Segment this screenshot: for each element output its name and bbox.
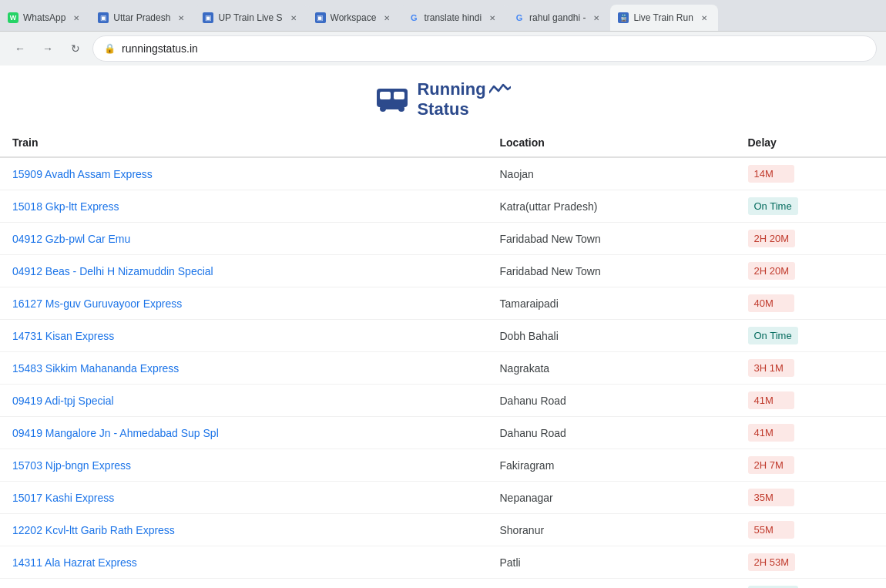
train-name[interactable]: 14731 Kisan Express: [0, 320, 488, 352]
tab-close-live-train[interactable]: ✕: [698, 12, 710, 24]
tab-title-whatsapp: WhatsApp: [23, 12, 65, 23]
tab-close-uttar-pradesh[interactable]: ✕: [175, 12, 187, 24]
table-row: 12920 Malwa ExpressKhannaOn Time: [0, 579, 886, 589]
train-location: Faridabad New Town: [488, 255, 736, 287]
delay-badge: 2H 7M: [748, 456, 794, 474]
train-name[interactable]: 15909 Avadh Assam Express: [0, 157, 488, 190]
tab-title-up-train-live: UP Train Live S: [218, 12, 282, 23]
table-row: 15909 Avadh Assam ExpressNaojan14M: [0, 157, 886, 190]
browser-chrome: W WhatsApp ✕ ▣ Uttar Pradesh ✕ ▣ UP Trai…: [0, 0, 886, 66]
train-location: Katra(uttar Pradesh): [488, 190, 736, 223]
col-header-train: Train: [0, 129, 488, 157]
train-location: Patli: [488, 546, 736, 579]
forward-button[interactable]: →: [37, 38, 59, 59]
tab-title-uttar-pradesh: Uttar Pradesh: [113, 12, 170, 23]
delay-badge: 40M: [748, 294, 794, 312]
tab-close-up-train-live[interactable]: ✕: [287, 12, 300, 24]
tab-translate-hindi[interactable]: G translate hindi ✕: [401, 5, 506, 31]
tab-favicon-up-train-live: ▣: [203, 12, 213, 23]
tab-title-rahul-gandhi: rahul gandhi -: [529, 12, 586, 23]
logo-running: Running: [417, 79, 485, 99]
train-delay: 2H 20M: [736, 255, 887, 287]
tab-up-train-live[interactable]: ▣ UP Train Live S ✕: [195, 5, 307, 31]
train-location: Nepanagar: [488, 482, 736, 514]
table-row: 14311 Ala Hazrat ExpressPatli2H 53M: [0, 546, 886, 579]
address-bar: ← → ↻ 🔒 runningstatus.in: [0, 31, 886, 66]
tab-favicon-rahul-gandhi: G: [514, 12, 525, 23]
svg-rect-1: [380, 92, 391, 99]
table-row: 09419 Adi-tpj SpecialDahanu Road41M: [0, 385, 886, 417]
train-name[interactable]: 15703 Njp-bngn Express: [0, 449, 488, 482]
tab-title-translate-hindi: translate hindi: [424, 12, 482, 23]
table-row: 16127 Ms-guv Guruvayoor ExpressTamaraipa…: [0, 287, 886, 320]
train-delay: 14M: [736, 157, 887, 190]
url-bar[interactable]: 🔒 runningstatus.in: [92, 35, 877, 62]
tab-workspace[interactable]: ▣ Workspace ✕: [307, 5, 401, 31]
train-delay: 41M: [736, 385, 887, 417]
tab-close-translate-hindi[interactable]: ✕: [486, 12, 498, 24]
delay-badge: 3H 1M: [748, 359, 794, 377]
train-name[interactable]: 09419 Mangalore Jn - Ahmedabad Sup Spl: [0, 417, 488, 449]
train-name[interactable]: 15017 Kashi Express: [0, 482, 488, 514]
train-logo-icon: [375, 86, 409, 113]
train-name[interactable]: 16127 Ms-guv Guruvayoor Express: [0, 287, 488, 320]
tab-bar: W WhatsApp ✕ ▣ Uttar Pradesh ✕ ▣ UP Trai…: [0, 0, 886, 31]
url-text: runningstatus.in: [122, 42, 865, 55]
delay-badge: 2H 53M: [748, 553, 796, 571]
delay-badge: 55M: [748, 521, 794, 539]
tab-close-workspace[interactable]: ✕: [381, 12, 393, 24]
reload-button[interactable]: ↻: [65, 38, 86, 59]
train-location: Dahanu Road: [488, 385, 736, 417]
train-location: Shoranur: [488, 514, 736, 546]
tab-live-train[interactable]: 🚆 Live Train Run ✕: [610, 5, 717, 31]
delay-badge: 2H 20M: [748, 230, 796, 247]
train-table: Train Location Delay 15909 Avadh Assam E…: [0, 129, 886, 588]
train-delay: On Time: [736, 320, 887, 352]
delay-badge: On Time: [748, 327, 798, 344]
tab-title-live-train: Live Train Run: [633, 12, 693, 23]
train-delay: 2H 7M: [736, 449, 887, 482]
train-delay: 40M: [736, 287, 887, 320]
train-name[interactable]: 12920 Malwa Express: [0, 579, 488, 589]
svg-rect-5: [381, 106, 403, 109]
tab-rahul-gandhi[interactable]: G rahul gandhi - ✕: [506, 5, 610, 31]
train-delay: 55M: [736, 514, 887, 546]
delay-badge: 41M: [748, 391, 794, 409]
tab-whatsapp[interactable]: W WhatsApp ✕: [0, 5, 90, 31]
table-row: 14731 Kisan ExpressDobh BahaliOn Time: [0, 320, 886, 352]
train-name[interactable]: 04912 Gzb-pwl Car Emu: [0, 223, 488, 255]
train-location: Fakiragram: [488, 449, 736, 482]
table-row: 12202 Kcvl-ltt Garib Rath ExpressShoranu…: [0, 514, 886, 546]
train-name[interactable]: 12202 Kcvl-ltt Garib Rath Express: [0, 514, 488, 546]
table-row: 15017 Kashi ExpressNepanagar35M: [0, 482, 886, 514]
delay-badge: On Time: [748, 197, 798, 215]
train-name[interactable]: 09419 Adi-tpj Special: [0, 385, 488, 417]
tab-favicon-uttar-pradesh: ▣: [98, 12, 109, 23]
tab-close-whatsapp[interactable]: ✕: [70, 12, 82, 24]
logo-text: Running Status: [417, 79, 510, 119]
train-delay: 2H 53M: [736, 546, 887, 579]
lock-icon: 🔒: [104, 43, 116, 54]
train-name[interactable]: 04912 Beas - Delhi H Nizamuddin Special: [0, 255, 488, 287]
table-row: 04912 Beas - Delhi H Nizamuddin SpecialF…: [0, 255, 886, 287]
train-name[interactable]: 15018 Gkp-ltt Express: [0, 190, 488, 223]
train-delay: 2H 20M: [736, 223, 887, 255]
col-header-location: Location: [488, 129, 736, 157]
train-name[interactable]: 15483 Sikkim Mahananda Express: [0, 352, 488, 385]
tab-close-rahul-gandhi[interactable]: ✕: [590, 12, 602, 24]
col-header-delay: Delay: [736, 129, 887, 157]
main-content: Running Status Train Location Delay 1590…: [0, 66, 886, 588]
tab-favicon-translate-hindi: G: [408, 12, 419, 23]
train-location: Nagrakata: [488, 352, 736, 385]
train-name[interactable]: 14311 Ala Hazrat Express: [0, 546, 488, 579]
delay-badge: 14M: [748, 165, 794, 183]
table-row: 15018 Gkp-ltt ExpressKatra(uttar Pradesh…: [0, 190, 886, 223]
table-row: 15483 Sikkim Mahananda ExpressNagrakata3…: [0, 352, 886, 385]
train-delay: 35M: [736, 482, 887, 514]
tab-uttar-pradesh[interactable]: ▣ Uttar Pradesh ✕: [90, 5, 195, 31]
logo-status: Status: [417, 99, 510, 119]
delay-badge: 35M: [748, 489, 794, 506]
tab-favicon-live-train: 🚆: [618, 12, 629, 23]
table-row: 15703 Njp-bngn ExpressFakiragram2H 7M: [0, 449, 886, 482]
back-button[interactable]: ←: [9, 38, 31, 59]
